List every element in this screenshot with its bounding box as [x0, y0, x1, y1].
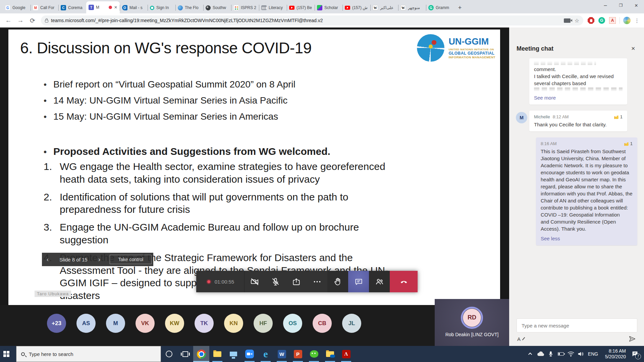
battery-tray-icon[interactable] [556, 346, 566, 362]
onedrive-tray-icon[interactable] [536, 346, 545, 362]
tab-wiki-1[interactable]: Wعلى‌اكبر [370, 2, 398, 13]
grammarly-extension-icon[interactable]: G [597, 15, 607, 25]
bookmark-star-icon[interactable] [575, 17, 579, 24]
slide-title: 6. Discussion on WG's response COVID-19 [20, 39, 312, 57]
tab-grammarly[interactable]: GGramm [426, 2, 454, 13]
reaction-badge[interactable]: 1 [624, 140, 633, 147]
taskbar-powerpoint[interactable]: P [290, 346, 306, 362]
camera-permission-icon[interactable] [564, 18, 571, 23]
taskbar-clock[interactable]: 8:16 AM 5/20/2020 [600, 348, 627, 360]
lock-icon[interactable] [45, 20, 48, 22]
reload-button[interactable] [27, 15, 38, 26]
camera-off-button[interactable] [245, 271, 265, 292]
tab-southw[interactable]: Southw [203, 2, 231, 13]
participants-button[interactable] [369, 271, 390, 292]
un-ggim-logo: UN-GGIM UNITED NATIONS INITIATIVE ON GLO… [417, 34, 495, 62]
tray-expand-button[interactable] [526, 346, 535, 362]
participant-avatar[interactable]: M [106, 314, 125, 333]
new-message-input[interactable] [517, 318, 637, 333]
start-button[interactable] [0, 346, 16, 362]
see-more-link[interactable]: See more [534, 94, 623, 101]
slide-bullet-list: Brief report on “Virtual Geospatial Summ… [44, 78, 413, 162]
tab-gmail[interactable]: MCall For [31, 2, 58, 13]
close-chat-icon[interactable] [629, 44, 637, 53]
see-less-link[interactable]: See less [541, 235, 633, 242]
adobe-extension-icon[interactable]: A [607, 15, 618, 25]
taskbar-wechat[interactable] [306, 346, 322, 362]
previous-slide-icon[interactable] [42, 256, 53, 263]
tab-literacy[interactable]: Literacy [259, 2, 287, 13]
sender-avatar[interactable]: M [516, 112, 527, 123]
tab-teams-active[interactable]: T M ✕ [86, 1, 120, 13]
participant-avatar[interactable]: TK [195, 314, 214, 333]
task-view-button[interactable] [177, 346, 193, 362]
tab-youtube-2[interactable]: (157) ش [342, 2, 370, 13]
taskbar-acrobat[interactable]: Λ [338, 346, 354, 362]
mic-off-button[interactable] [265, 271, 286, 292]
participant-avatar[interactable]: HF [254, 314, 273, 333]
microphone-tray-icon[interactable] [546, 346, 555, 362]
chat-message-own: 8:16 AM 1 This is Saeid Pirasteh from So… [536, 137, 637, 245]
take-control-button[interactable]: Take control [110, 255, 152, 264]
participant-avatar[interactable]: JL [342, 314, 361, 333]
tab-youtube-1[interactable]: (157) Be [287, 2, 315, 13]
next-slide-icon[interactable] [94, 256, 105, 263]
minimize-button[interactable] [598, 0, 613, 11]
send-icon[interactable] [629, 335, 636, 343]
system-tray: ENG 8:16 AM 5/20/2020 7 [526, 346, 644, 362]
window-controls [598, 0, 644, 13]
taskbar-internet-explorer[interactable]: e [258, 346, 274, 362]
taskbar-file-explorer[interactable] [209, 346, 225, 362]
language-indicator[interactable]: ENG [586, 346, 600, 362]
new-tab-button[interactable]: + [455, 3, 465, 12]
browser-menu-icon[interactable] [633, 17, 641, 24]
chat-toggle-button[interactable] [348, 271, 369, 292]
tab-corema[interactable]: CCorema [58, 2, 86, 13]
taskbar-zoom[interactable] [241, 346, 258, 362]
back-button[interactable] [3, 15, 14, 26]
tab-mail[interactable]: OMail - s [120, 2, 148, 13]
participant-avatar[interactable]: CB [313, 314, 332, 333]
overflow-participants-avatar[interactable]: +23 [47, 314, 66, 333]
raise-hand-button[interactable] [327, 271, 348, 292]
taskbar-chrome[interactable] [193, 346, 209, 362]
windows-taskbar: Type here to search e W P Λ ENG 8:16 AM … [0, 346, 644, 362]
tab-scholar[interactable]: Scholar [315, 2, 342, 13]
taskbar-onedrive[interactable] [322, 346, 338, 362]
globe-blue-favicon [178, 5, 183, 10]
meeting-chat-panel: Meeting chat comment. I talked with Ceci… [509, 27, 644, 346]
chat-message-list[interactable]: comment. I talked with Cecille, and we r… [509, 57, 644, 316]
tab-signin[interactable]: Sign In [148, 2, 175, 13]
taskbar-word[interactable]: W [274, 346, 290, 362]
forward-button[interactable] [15, 15, 26, 26]
action-center-button[interactable]: 7 [628, 346, 642, 362]
participant-avatar[interactable]: VK [136, 314, 155, 333]
format-icon[interactable]: A [517, 336, 524, 342]
globe-extension-icon[interactable] [622, 15, 632, 25]
tab-theflo[interactable]: The Flo [175, 2, 203, 13]
volume-tray-icon[interactable] [576, 346, 586, 362]
share-screen-button[interactable] [286, 271, 307, 292]
more-options-button[interactable] [307, 271, 328, 292]
taskbar-this-pc[interactable] [225, 346, 241, 362]
close-window-button[interactable] [629, 0, 644, 11]
address-bar[interactable]: teams.microsoft.com/_#/pre-join-calling/… [41, 15, 583, 25]
url-text[interactable]: teams.microsoft.com/_#/pre-join-calling/… [51, 18, 561, 23]
participant-avatar[interactable]: KW [165, 314, 184, 333]
adblock-extension-icon[interactable] [586, 15, 596, 25]
active-speaker-tile[interactable]: RD Rob Deakin [LINZ GOVT] [435, 299, 509, 346]
reaction-badge[interactable]: 1 [614, 113, 623, 120]
hang-up-button[interactable] [390, 271, 418, 292]
maximize-button[interactable] [613, 0, 629, 11]
tab-google[interactable]: GGoogle [3, 2, 31, 13]
cortana-button[interactable] [161, 346, 177, 362]
wifi-tray-icon[interactable] [566, 346, 576, 362]
tab-wiki-2[interactable]: Wمنوچهر [398, 2, 426, 13]
tab-close-icon[interactable]: ✕ [114, 5, 117, 10]
participant-avatar[interactable]: AS [76, 314, 96, 333]
participant-avatar[interactable]: OS [283, 314, 302, 333]
taskbar-search[interactable]: Type here to search [16, 346, 161, 362]
search-placeholder: Type here to search [29, 351, 73, 357]
participant-avatar[interactable]: KN [224, 314, 243, 333]
tab-isprs[interactable]: ISPRS 2 [231, 2, 259, 13]
